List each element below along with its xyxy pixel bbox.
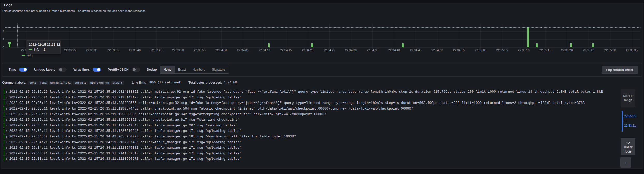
log-rows-list: ›2022-02-15 22:35:26 level=info ts=2022-… xyxy=(4,89,627,162)
x-axis-tick-label: 22:33:35 xyxy=(107,49,119,52)
x-axis-tick-label: 22:34:40 xyxy=(388,49,400,52)
toggle-label: Time xyxy=(9,68,16,71)
common-label-badge: microk8s-vm xyxy=(89,81,110,85)
log-level-indicator-info xyxy=(4,106,4,111)
tooltip-timestamp: 2022-02-15 22:33:11 xyxy=(29,42,58,46)
legend-item-info[interactable]: info xyxy=(22,54,32,57)
log-row[interactable]: ›2022-02-15 22:35:11 level=info ts=2022-… xyxy=(4,128,627,134)
line-limit-value: 1000 (13 returned) xyxy=(148,81,182,84)
histogram-bar[interactable] xyxy=(592,43,594,47)
log-row[interactable]: ›2022-02-15 22:33:21 level=info ts=2022-… xyxy=(4,151,627,156)
total-bytes-label: Total bytes processed: xyxy=(188,81,222,84)
expand-chevron-icon: › xyxy=(6,118,7,122)
histogram-bar[interactable] xyxy=(536,43,538,47)
legend-swatch-icon xyxy=(22,55,25,56)
toggle-label: Unique labels xyxy=(34,68,55,71)
log-row[interactable]: ›2022-02-15 22:35:11 level=info ts=2022-… xyxy=(4,111,627,117)
gridline-horizontal xyxy=(5,47,640,48)
expand-chevron-icon: › xyxy=(6,96,7,100)
x-axis-tick-label: 22:34:35 xyxy=(367,49,378,52)
common-label-badge: loki xyxy=(39,81,48,85)
dedup-option-signature[interactable]: Signature xyxy=(208,66,228,73)
x-axis-tick-label: 22:33:40 xyxy=(129,49,141,52)
expand-chevron-icon: › xyxy=(6,124,7,128)
histogram-bar[interactable] xyxy=(527,27,529,47)
panel-title: Logs xyxy=(4,3,12,7)
log-line-text: 2022-02-15 22:35:11 level=info ts=2022-0… xyxy=(9,107,413,111)
log-row[interactable]: ›2022-02-15 22:34:11 level=info ts=2022-… xyxy=(4,145,627,151)
dedup-option-exact[interactable]: Exact xyxy=(175,66,189,73)
toggle-knob xyxy=(133,68,136,71)
x-axis-tick-label: 22:34:45 xyxy=(410,49,422,52)
total-bytes-value: 1.74 kB xyxy=(224,81,237,84)
histogram-bar[interactable] xyxy=(311,43,313,47)
x-axis-tick-label: 22:35:30 xyxy=(604,49,616,52)
log-row[interactable]: ›2022-02-15 22:35:21 level=info ts=2022-… xyxy=(4,95,627,100)
log-level-indicator-info xyxy=(4,123,4,128)
x-axis-tick-label: 22:34:20 xyxy=(302,49,313,52)
tooltip-series-value: 1 xyxy=(43,48,45,52)
log-row[interactable]: ›2022-02-15 22:34:21 level=info ts=2022-… xyxy=(4,139,627,145)
log-line-text: 2022-02-15 22:35:11 level=info ts=2022-0… xyxy=(9,112,326,116)
histogram-bar[interactable] xyxy=(268,43,270,47)
expand-chevron-icon: › xyxy=(6,112,7,116)
flip-results-order-button[interactable]: Flip results order xyxy=(602,66,638,74)
x-axis-tick-label: 22:35:20 xyxy=(561,49,573,52)
log-level-indicator-info xyxy=(4,90,4,94)
x-axis-tick-label: 22:34:10 xyxy=(259,49,270,52)
toggle-switch-prettify-json[interactable] xyxy=(132,68,140,72)
log-row[interactable]: ›2022-02-15 22:35:26 level=info ts=2022-… xyxy=(4,89,627,95)
dedup-control: Dedup NoneExactNumbersSignature xyxy=(147,66,229,74)
log-row[interactable]: ›2022-02-15 22:35:11 level=info ts=2022-… xyxy=(4,106,627,112)
toggle-knob xyxy=(59,68,62,71)
x-axis-tick-label: 22:34:00 xyxy=(215,49,227,52)
logs-histogram[interactable]: 02422:33:1522:33:2022:33:2522:33:3022:33… xyxy=(0,14,644,60)
log-row[interactable]: ›2022-02-15 22:34:42 level=info ts=2022-… xyxy=(4,134,627,140)
dedup-radio-group: NoneExactNumbersSignature xyxy=(160,66,229,74)
x-axis-tick-label: 22:34:50 xyxy=(431,49,443,52)
scroll-top-button[interactable]: ↑ xyxy=(620,157,631,168)
y-axis-tick-label: 2 xyxy=(0,38,4,41)
log-row[interactable]: ›2022-02-15 22:33:11 level=info ts=2022-… xyxy=(4,156,627,162)
range-start-time: 22:33:11 xyxy=(624,123,636,128)
x-axis-tick-label: 22:33:55 xyxy=(194,49,206,52)
toggle-switch-unique-labels[interactable] xyxy=(58,68,67,72)
hovered-point-marker xyxy=(8,42,11,45)
crosshair-horizontal-line xyxy=(5,27,640,28)
histogram-note: This datasource does not support full-ra… xyxy=(2,9,147,12)
log-row[interactable]: ›2022-02-15 22:35:13 level=info ts=2022-… xyxy=(4,100,627,106)
log-line-text: 2022-02-15 22:33:21 level=info ts=2022-0… xyxy=(9,151,242,155)
x-axis-tick-label: 22:34:05 xyxy=(237,49,249,52)
x-axis-tick-label: 22:33:25 xyxy=(64,49,76,52)
histogram-bar[interactable] xyxy=(402,43,404,47)
log-row[interactable]: ›2022-02-15 22:35:11 level=info ts=2022-… xyxy=(4,123,627,128)
log-row[interactable]: ›2022-02-15 22:35:11 level=info ts=2022-… xyxy=(4,117,627,123)
toggle-switch-wrap-lines[interactable] xyxy=(93,68,101,72)
dedup-option-none[interactable]: None xyxy=(160,66,175,73)
log-level-indicator-info xyxy=(4,151,4,156)
x-axis-tick-label: 22:34:15 xyxy=(280,49,292,52)
log-line-text: 2022-02-15 22:34:21 level=info ts=2022-0… xyxy=(9,140,242,144)
toggle-switch-time[interactable] xyxy=(19,68,27,72)
tooltip-series-row: info 1 xyxy=(29,48,58,52)
log-level-indicator-info xyxy=(4,112,4,117)
older-logs-button[interactable]: Older logs xyxy=(621,138,635,155)
expand-chevron-icon: › xyxy=(6,107,7,111)
grafana-logs-panel: Logs This datasource does not support fu… xyxy=(0,0,644,174)
common-labels-badges: lokilokidefault/lokidefaultmicrok8s-vmst… xyxy=(28,80,125,85)
dedup-option-numbers[interactable]: Numbers xyxy=(189,66,209,73)
expand-chevron-icon: › xyxy=(6,157,7,161)
toggle-control-prettify-json: Prettify JSON xyxy=(108,68,140,72)
log-line-text: 2022-02-15 22:34:11 level=info ts=2022-0… xyxy=(9,146,242,150)
log-line-text: 2022-02-15 22:35:26 level=info ts=2022-0… xyxy=(9,90,603,94)
toggle-knob xyxy=(24,68,27,71)
log-level-indicator-info xyxy=(4,95,4,100)
start-of-range-button[interactable]: Start of range xyxy=(621,89,635,107)
x-axis-tick-label: 22:33:30 xyxy=(86,49,97,52)
toggle-label: Prettify JSON xyxy=(108,68,129,71)
toggle-control-wrap-lines: Wrap lines xyxy=(73,68,101,72)
chevron-down-icon xyxy=(626,142,630,144)
histogram-bar[interactable] xyxy=(570,43,572,47)
x-axis-tick-label: 22:35:00 xyxy=(475,49,486,52)
expand-chevron-icon: › xyxy=(6,129,7,133)
